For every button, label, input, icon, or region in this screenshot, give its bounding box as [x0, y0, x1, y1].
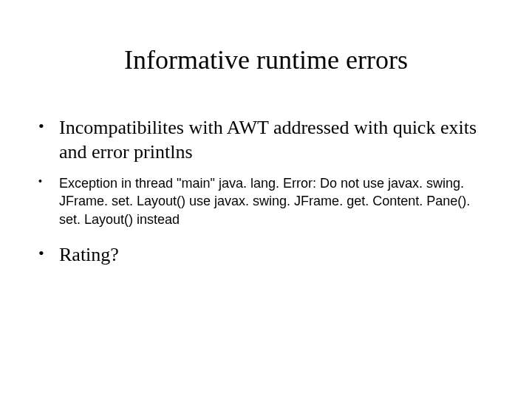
bullet-item: Rating?: [37, 243, 495, 267]
bullet-list: Incompatibilites with AWT addressed with…: [37, 116, 495, 267]
slide-title: Informative runtime errors: [37, 44, 495, 75]
bullet-item: Incompatibilites with AWT addressed with…: [37, 116, 495, 164]
bullet-item: Exception in thread "main" java. lang. E…: [37, 174, 495, 228]
